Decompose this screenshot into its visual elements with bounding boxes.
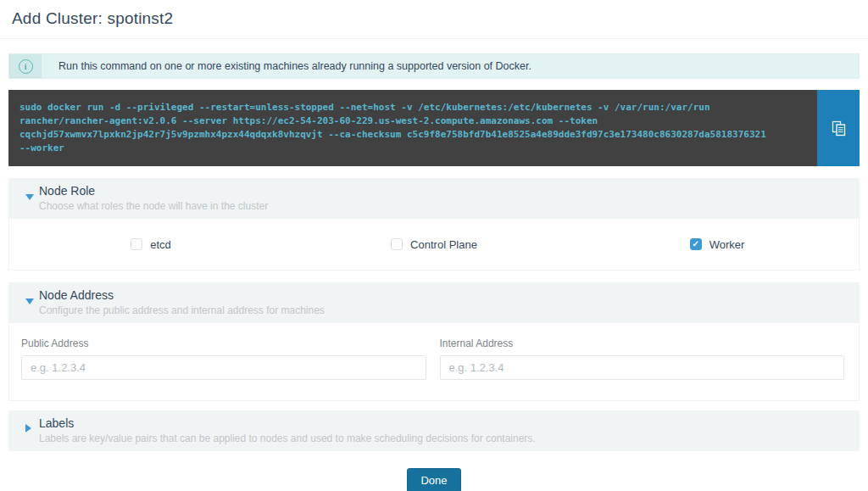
public-address-input[interactable] [21,355,426,380]
node-role-option-col: Control Plane [292,238,576,251]
chevron-down-icon [25,194,34,200]
node-role-section-header[interactable]: Node Role Choose what roles the node wil… [8,178,860,219]
info-banner: i Run this command on one or more existi… [8,53,860,79]
add-cluster-page: Add Cluster: spotinst2 [8,0,860,28]
chevron-down-icon [25,299,34,304]
internal-address-field-group: Internal Address [440,338,845,380]
control-plane-checkbox-label: Control Plane [410,238,477,251]
docker-command-line: sudo docker run -d --privileged --restar… [19,101,805,114]
info-icon-box: i [9,54,42,78]
docker-command-line: rancher/rancher-agent:v2.0.6 --server ht… [19,114,805,128]
node-role-options: etcd Control Plane Worker [9,219,859,270]
control-plane-checkbox-item[interactable]: Control Plane [391,238,477,251]
page-title: Add Cluster: spotinst2 [8,0,860,28]
labels-title: Labels [39,416,848,431]
chevron-right-icon [25,424,31,432]
internal-address-label: Internal Address [440,338,845,349]
node-role-option-col: etcd [9,238,292,251]
info-icon: i [19,59,33,74]
worker-checkbox-label: Worker [709,238,745,251]
copy-command-button[interactable] [817,90,860,166]
control-plane-checkbox[interactable] [391,238,403,250]
labels-section-header[interactable]: Labels Labels are key/value pairs that c… [8,410,860,451]
clipboard-icon [832,120,846,137]
public-address-label: Public Address [21,338,426,349]
node-address-title: Node Address [39,288,848,303]
etcd-checkbox-item[interactable]: etcd [131,238,171,251]
node-address-subtitle: Configure the public address and interna… [39,304,848,316]
node-role-option-col: Worker [576,238,859,251]
labels-subtitle: Labels are key/value pairs that can be a… [39,432,848,444]
node-role-title: Node Role [39,184,848,198]
etcd-checkbox-label: etcd [150,238,171,251]
node-address-section-body: Public Address Internal Address [8,323,860,401]
footer-actions: Done [8,468,860,491]
public-address-field-group: Public Address [21,338,426,380]
docker-command-line: --worker [19,142,805,155]
docker-command-line: cqchjd57xwmvx7lpxkn2jp42r7j5v9pzmhx4pzx4… [19,128,805,142]
etcd-checkbox[interactable] [131,238,142,250]
info-banner-text: Run this command on one or more existing… [42,60,531,72]
node-role-section-body: etcd Control Plane Worker [8,219,860,271]
node-address-section-header[interactable]: Node Address Configure the public addres… [8,282,860,323]
internal-address-input[interactable] [440,355,845,380]
worker-checkbox-item[interactable]: Worker [690,238,745,251]
node-role-subtitle: Choose what roles the node will have in … [39,200,848,212]
title-divider [0,38,868,39]
done-button[interactable]: Done [407,468,460,491]
docker-command-block: sudo docker run -d --privileged --restar… [8,90,860,166]
worker-checkbox[interactable] [690,238,702,250]
